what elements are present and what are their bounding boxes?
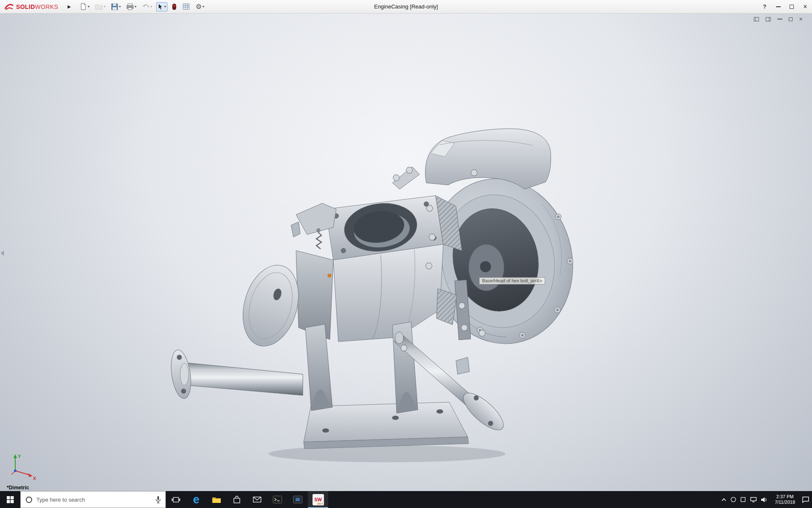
- side-disc-part[interactable]: [234, 259, 307, 353]
- options-button[interactable]: ⚙ ▾: [194, 2, 206, 11]
- file-properties-icon: [183, 3, 189, 10]
- undo-button[interactable]: ▾: [140, 3, 154, 11]
- search-box[interactable]: Type here to search: [20, 491, 166, 508]
- action-center-button[interactable]: [802, 496, 809, 503]
- select-arrow-icon: [158, 3, 163, 10]
- left-axle-part[interactable]: [168, 349, 303, 400]
- pinned-app-button[interactable]: [288, 491, 308, 508]
- triad-y-label: Y: [18, 454, 21, 459]
- save-floppy-icon: [111, 3, 118, 10]
- save-button[interactable]: ▾: [110, 2, 122, 11]
- new-caret-icon[interactable]: ▾: [88, 5, 89, 8]
- doc-restore-icon[interactable]: [789, 17, 793, 21]
- edge-icon: e: [193, 494, 199, 505]
- terminal-icon: [273, 496, 282, 503]
- close-button[interactable]: ×: [798, 0, 812, 14]
- desktop-screen: SOLIDWORKS ▶ ▾ ▾: [0, 0, 812, 508]
- minimize-icon: [776, 6, 781, 7]
- clock-date: 7/11/2018: [775, 500, 795, 505]
- triad-x-label: X: [33, 476, 36, 481]
- pinned-app-icon: [293, 496, 302, 503]
- menu-flyout-arrow-icon[interactable]: ▶: [64, 4, 74, 9]
- cortana-icon: [26, 497, 32, 503]
- document-window-controls: ×: [754, 16, 803, 22]
- minimize-button[interactable]: [771, 0, 785, 14]
- orientation-triad: Y X: [8, 450, 39, 481]
- doc-close-icon[interactable]: ×: [799, 16, 803, 22]
- windows-logo-icon: [7, 496, 14, 503]
- top-arm-part[interactable]: [392, 129, 551, 189]
- open-caret-icon[interactable]: ▾: [104, 5, 105, 8]
- system-tray: 2:37 PM 7/11/2018: [721, 491, 812, 508]
- windows-taskbar: Type here to search e: [0, 491, 812, 508]
- search-placeholder: Type here to search: [36, 497, 151, 503]
- open-folder-icon: [95, 3, 103, 10]
- engine-casing-model[interactable]: [0, 14, 812, 491]
- solidworks-app-icon: SW 2017: [313, 494, 324, 505]
- microphone-icon[interactable]: [155, 496, 161, 504]
- logo-text-solid: SOLID: [16, 3, 35, 10]
- volume-icon[interactable]: [761, 497, 768, 503]
- pane-left-icon[interactable]: [754, 17, 759, 22]
- print-caret-icon[interactable]: ▾: [134, 5, 136, 8]
- file-properties-button[interactable]: [181, 2, 191, 11]
- logo-text-works: WORKS: [35, 3, 58, 10]
- close-icon: ×: [803, 3, 807, 10]
- hidden-icons-chevron[interactable]: [721, 497, 727, 502]
- tray-icon-2[interactable]: [740, 497, 746, 502]
- doc-minimize-icon[interactable]: [777, 19, 782, 19]
- task-view-icon: [172, 496, 180, 503]
- model-shadow: [269, 445, 505, 462]
- bracket-part[interactable]: [291, 203, 336, 249]
- select-tool-button[interactable]: ▾: [156, 2, 167, 11]
- save-caret-icon[interactable]: ▾: [119, 5, 121, 8]
- terminal-app-button[interactable]: [267, 491, 288, 508]
- store-button[interactable]: [227, 491, 247, 508]
- undo-caret-icon[interactable]: ▾: [150, 5, 152, 8]
- selection-marker: [328, 274, 331, 277]
- standard-toolbar: ▾ ▾ ▾: [78, 2, 206, 11]
- base-plate-part[interactable]: [304, 402, 469, 449]
- rebuild-button[interactable]: [170, 2, 178, 11]
- gear-icon: ⚙: [195, 3, 201, 10]
- solidworks-logo: SOLIDWORKS: [4, 3, 58, 11]
- tray-icon-1[interactable]: [730, 497, 736, 502]
- taskbar-clock[interactable]: 2:37 PM 7/11/2018: [772, 494, 798, 505]
- network-icon[interactable]: [750, 497, 757, 502]
- view-orientation-label: *Dimetric: [7, 485, 29, 491]
- new-document-icon: [80, 3, 87, 10]
- clock-time: 2:37 PM: [775, 494, 795, 500]
- select-caret-icon[interactable]: ▾: [164, 5, 166, 8]
- print-icon: [126, 3, 134, 10]
- new-document-button[interactable]: ▾: [78, 2, 91, 11]
- task-view-button[interactable]: [166, 491, 186, 508]
- mail-icon: [253, 497, 261, 502]
- maximize-icon: [790, 5, 794, 9]
- maximize-button[interactable]: [785, 0, 798, 14]
- component-tooltip: Base/Head of hex bolt_ai<6>: [479, 277, 545, 284]
- undo-arrow-icon: [142, 4, 149, 10]
- dassault-mark-icon: [4, 3, 14, 10]
- file-explorer-icon: [212, 496, 221, 503]
- start-button[interactable]: [0, 491, 20, 508]
- print-button[interactable]: ▾: [125, 2, 138, 11]
- file-explorer-button[interactable]: [206, 491, 227, 508]
- edge-button[interactable]: e: [186, 491, 206, 508]
- window-controls: ? ×: [758, 0, 812, 13]
- rebuild-icon: [172, 3, 177, 10]
- help-button[interactable]: ?: [758, 0, 771, 14]
- graphics-viewport[interactable]: ×: [0, 14, 812, 491]
- store-icon: [233, 496, 241, 504]
- title-bar: SOLIDWORKS ▶ ▾ ▾: [0, 0, 812, 14]
- options-caret-icon[interactable]: ▾: [203, 5, 204, 8]
- solidworks-app-button[interactable]: SW 2017: [308, 491, 328, 508]
- pane-right-icon[interactable]: [765, 17, 771, 22]
- mail-button[interactable]: [247, 491, 267, 508]
- open-button[interactable]: ▾: [93, 2, 107, 11]
